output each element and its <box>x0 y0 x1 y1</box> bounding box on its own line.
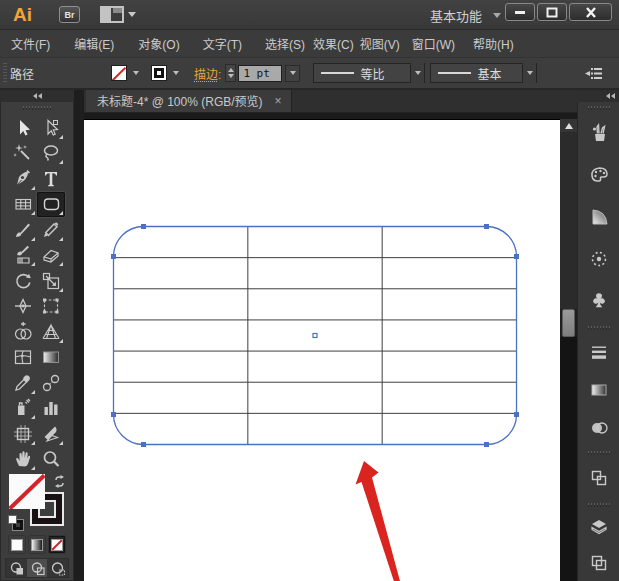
menu-选择s[interactable]: 选择(S) <box>265 35 305 52</box>
brush-definition-select[interactable]: 基本 <box>430 63 537 83</box>
panel-appearance-button[interactable] <box>582 238 616 280</box>
minimize-button[interactable] <box>505 3 535 21</box>
panel-color-guide-button[interactable] <box>582 196 616 238</box>
default-fill-stroke-button[interactable] <box>8 515 23 530</box>
stroke-panel-link[interactable]: 描边: <box>194 65 221 82</box>
stroke-dropdown-button[interactable] <box>169 65 182 81</box>
vertical-scrollbar[interactable] <box>560 119 577 581</box>
maximize-button[interactable] <box>537 3 567 21</box>
anchor-point[interactable] <box>484 224 489 229</box>
tool-column-graph[interactable] <box>37 396 65 422</box>
tool-paintbrush[interactable] <box>9 217 37 243</box>
fill-dropdown-button[interactable] <box>129 65 142 81</box>
menu-文字t[interactable]: 文字(T) <box>203 35 242 52</box>
width-profile-dropdown-button[interactable] <box>410 63 424 83</box>
panel-gripper[interactable] <box>23 106 51 111</box>
anchor-point[interactable] <box>111 412 116 417</box>
panel-color-button[interactable] <box>582 154 616 196</box>
tool-eraser[interactable] <box>37 243 65 269</box>
tool-artboard[interactable] <box>9 421 37 447</box>
anchor-point[interactable] <box>141 224 146 229</box>
tool-eyedropper[interactable] <box>9 370 37 396</box>
tool-perspective-grid[interactable] <box>37 319 65 345</box>
tool-selection[interactable] <box>9 115 37 141</box>
draw-behind-button[interactable] <box>27 559 48 577</box>
draw-inside-button[interactable] <box>47 559 68 577</box>
bridge-button[interactable]: Br <box>59 6 80 23</box>
panel-artboards-button[interactable] <box>582 545 616 581</box>
draw-normal-button[interactable] <box>6 559 27 577</box>
gradient-button[interactable] <box>28 535 46 554</box>
close-button[interactable] <box>569 3 612 21</box>
tool-gradient[interactable] <box>37 345 65 371</box>
variable-width-profile-select[interactable]: 等比 <box>313 63 425 83</box>
control-panel-menu-button[interactable] <box>585 67 602 80</box>
menu-帮助h[interactable]: 帮助(H) <box>473 35 514 52</box>
menu-窗口w[interactable]: 窗口(W) <box>412 35 455 52</box>
tool-scale[interactable] <box>37 268 65 294</box>
stepper-up-icon[interactable] <box>228 68 234 72</box>
stroke-color-control[interactable] <box>151 65 182 81</box>
tool-hand[interactable] <box>9 447 37 473</box>
menu-文件f[interactable]: 文件(F) <box>11 35 50 52</box>
panel-gradient-button[interactable] <box>582 371 616 409</box>
tool-mesh[interactable] <box>9 345 37 371</box>
tool-rotate[interactable] <box>9 268 37 294</box>
tool-blend[interactable] <box>37 370 65 396</box>
dock-gripper[interactable] <box>588 503 610 507</box>
center-point[interactable] <box>313 334 317 338</box>
tool-pen[interactable] <box>9 166 37 192</box>
tab-close-icon[interactable]: × <box>275 95 282 107</box>
stroke-weight-stepper[interactable] <box>225 64 236 82</box>
tool-magic-wand[interactable] <box>9 141 37 167</box>
artboard-canvas[interactable] <box>84 119 560 581</box>
panel-gripper[interactable] <box>2 63 9 83</box>
scroll-up-button[interactable] <box>560 119 577 132</box>
menu-编辑e[interactable]: 编辑(E) <box>74 35 114 52</box>
fill-indicator-swatch[interactable] <box>9 474 45 509</box>
dock-gripper[interactable] <box>588 326 610 330</box>
workspace-switcher[interactable]: 基本功能 <box>430 0 501 30</box>
tool-blob-brush[interactable] <box>9 243 37 269</box>
none-button[interactable] <box>48 535 66 554</box>
swap-fill-stroke-button[interactable] <box>53 475 66 488</box>
tool-rectangular-grid[interactable] <box>9 192 37 218</box>
panel-brushes-button[interactable] <box>582 112 616 154</box>
panel-symbols-button[interactable] <box>582 280 616 322</box>
panel-stroke-button[interactable] <box>582 333 616 371</box>
anchor-point[interactable] <box>141 442 146 447</box>
stroke-weight-dropdown[interactable] <box>285 65 300 82</box>
menu-视图v[interactable]: 视图(V) <box>360 35 400 52</box>
anchor-point[interactable] <box>514 254 519 259</box>
scrollbar-thumb[interactable] <box>562 309 575 337</box>
tool-width-tool[interactable] <box>9 294 37 320</box>
scrollbar-track[interactable] <box>560 337 577 581</box>
scrollbar-track[interactable] <box>560 132 577 309</box>
tool-pencil[interactable] <box>37 217 65 243</box>
document-tab[interactable]: 未标题-4* @ 100% (RGB/预览) × <box>86 89 292 112</box>
menu-效果c[interactable]: 效果(C) <box>313 35 354 52</box>
brush-dropdown-button[interactable] <box>522 63 536 83</box>
tool-direct-selection[interactable] <box>37 115 65 141</box>
dock-gripper[interactable] <box>588 451 610 455</box>
anchor-point[interactable] <box>514 412 519 417</box>
tool-rounded-rectangle[interactable] <box>37 192 65 218</box>
stepper-down-icon[interactable] <box>228 74 234 78</box>
arrange-documents-button[interactable] <box>100 6 136 23</box>
tool-shape-builder[interactable] <box>9 319 37 345</box>
menu-对象o[interactable]: 对象(O) <box>138 35 179 52</box>
color-button[interactable] <box>8 535 26 554</box>
tool-lasso[interactable] <box>37 141 65 167</box>
stroke-color-swatch[interactable] <box>151 65 167 81</box>
panel-links-button[interactable] <box>582 457 616 499</box>
tool-slice[interactable] <box>37 421 65 447</box>
panel-transparency-button[interactable] <box>582 409 616 447</box>
tools-panel-header[interactable] <box>0 90 74 102</box>
anchor-point[interactable] <box>484 442 489 447</box>
dock-header[interactable] <box>577 90 619 102</box>
tool-free-transform[interactable] <box>37 294 65 320</box>
tool-symbol-sprayer[interactable] <box>9 396 37 422</box>
tool-zoom[interactable] <box>37 447 65 473</box>
panel-layers-button[interactable] <box>582 509 616 545</box>
anchor-point[interactable] <box>111 254 116 259</box>
